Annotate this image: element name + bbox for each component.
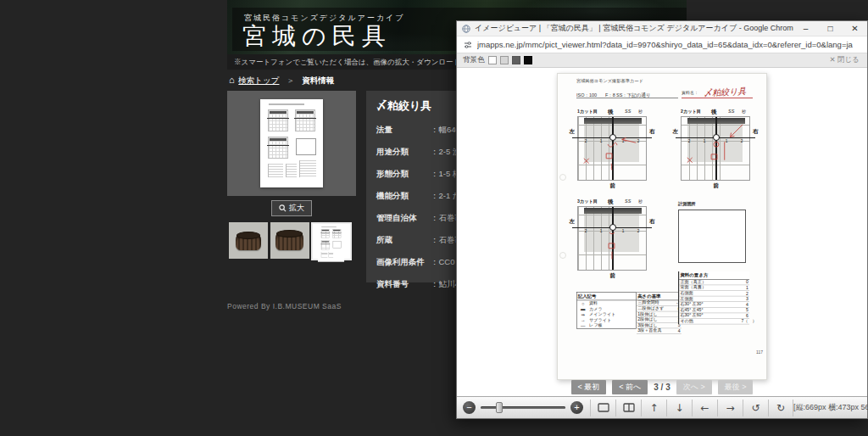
rotate-ccw-button[interactable]: ↺ bbox=[743, 400, 768, 416]
mini-doc-table2 bbox=[329, 252, 333, 258]
pan-down-button[interactable]: ↓ bbox=[666, 400, 692, 416]
info-label: 画像利用条件 bbox=[376, 257, 431, 268]
legend-symbol: — bbox=[577, 323, 589, 328]
cut2-grid: 2 1 1 2 bbox=[681, 116, 750, 181]
basket-photo-front bbox=[229, 222, 268, 259]
page-counter: 3 / 3 bbox=[654, 383, 670, 392]
document-image: 宮城民俗コモンズ撮影基準カード ISO：100 F：8 SS：下記の通り 資料名… bbox=[557, 73, 767, 380]
mini-doc-grid2 bbox=[332, 229, 341, 238]
mini-doc-table2 bbox=[286, 164, 297, 177]
zoom-slider[interactable] bbox=[481, 401, 565, 414]
image-viewer-canvas[interactable]: 宮城民俗コモンズ撮影基準カード ISO：100 F：8 SS：下記の通り 資料名… bbox=[457, 68, 867, 396]
zoom-out-button[interactable]: − bbox=[463, 401, 476, 414]
zoom-slider-track[interactable] bbox=[481, 406, 565, 409]
basket-image bbox=[275, 232, 303, 250]
axis-right-label: 右 bbox=[649, 127, 655, 135]
pager: < 最初 < 前へ 3 / 3 次へ > 最後 > bbox=[457, 380, 867, 394]
close-viewer-button[interactable]: ✕ 閉じる bbox=[830, 55, 860, 65]
fit-width-icon bbox=[623, 403, 635, 412]
cut1-diagram: 1カット目 後 SS 秒 2 1 1 2 bbox=[577, 109, 647, 116]
pan-up-button[interactable]: ↑ bbox=[641, 400, 666, 416]
address-bar[interactable]: jmapps.ne.jp/mmc/pict_viewer.html?data_i… bbox=[457, 36, 867, 53]
thumbnail-photo-1[interactable] bbox=[229, 222, 268, 259]
doc-page-number: 117 bbox=[756, 350, 763, 355]
legend-symbol: ○ bbox=[577, 301, 589, 306]
cut3-label: 3カット目 bbox=[577, 198, 598, 204]
doc-name-row: 資料名： 〆粕絞り具 bbox=[682, 87, 753, 98]
placement-row-value: 0 bbox=[741, 280, 749, 285]
mini-doc-box bbox=[333, 241, 342, 248]
prev-page-button[interactable]: < 前へ bbox=[612, 380, 648, 394]
toolbar-buttons: ↑ ↓ ← → ↺ ↻ bbox=[590, 400, 793, 416]
placement-row-value: 3 bbox=[741, 296, 749, 301]
doc-name-label: 資料名： bbox=[682, 90, 698, 96]
cut2-label: 2カット目 bbox=[681, 109, 701, 115]
zoom-slider-handle[interactable] bbox=[496, 402, 503, 413]
placement-row-value: 7（ ） bbox=[741, 318, 749, 324]
mini-doc-titleline bbox=[321, 226, 337, 227]
window-titlebar[interactable]: イメージビューア | 「宮城の民具」 | 宮城民俗コモンズ デジタルアーカイブ … bbox=[457, 21, 867, 36]
placement-row-value: 1 bbox=[741, 285, 749, 290]
measure-box bbox=[678, 210, 746, 263]
minimize-button[interactable]: – bbox=[793, 21, 818, 36]
mini-doc-box bbox=[296, 138, 316, 155]
home-icon: ⌂ bbox=[229, 75, 235, 85]
breadcrumb-search-top-link[interactable]: 検索トップ bbox=[238, 75, 279, 85]
red-annotations bbox=[578, 207, 646, 270]
thumbnail-photo-2[interactable] bbox=[270, 222, 309, 259]
breadcrumb-separator: ＞ bbox=[287, 75, 295, 85]
doc-name-handwritten: 〆粕絞り具 bbox=[704, 86, 747, 100]
pan-left-button[interactable]: ← bbox=[692, 400, 717, 416]
height-row-label: 3段＋首金具 bbox=[637, 328, 673, 334]
pan-right-button[interactable]: → bbox=[717, 400, 743, 416]
mini-doc-grid1 bbox=[321, 229, 330, 238]
legend-symbol: → bbox=[577, 317, 589, 322]
bg-swatch-black[interactable] bbox=[524, 56, 532, 64]
last-page-button[interactable]: 最後 > bbox=[718, 380, 754, 394]
bg-swatch-lightgray[interactable] bbox=[500, 56, 509, 64]
site-settings-icon bbox=[464, 41, 472, 49]
thumbnail-document-selected[interactable] bbox=[311, 222, 352, 260]
axis-sec-label: 秒 bbox=[638, 198, 643, 204]
basket-image bbox=[236, 234, 261, 250]
doc-exposure-row: ISO：100 F：8 SS：下記の通り bbox=[576, 88, 678, 98]
first-page-button[interactable]: < 最初 bbox=[571, 380, 607, 394]
mini-doc-table1 bbox=[321, 252, 328, 258]
enlarge-label: 拡大 bbox=[289, 203, 304, 214]
fit-screen-button[interactable] bbox=[590, 400, 615, 416]
legend-symbol: ⇒ bbox=[577, 312, 589, 317]
info-label: 法量 bbox=[376, 125, 431, 136]
axis-front-label: 前 bbox=[609, 271, 615, 279]
doc-ss: SS：下記の通り bbox=[616, 92, 651, 98]
axis-ss-label: SS bbox=[625, 109, 631, 114]
placement-row-value: 5 bbox=[741, 308, 749, 313]
axis-right-label: 右 bbox=[753, 127, 759, 135]
mini-doc-grid1 bbox=[268, 109, 288, 131]
axis-sec-label: 秒 bbox=[742, 109, 746, 115]
zoom-in-button[interactable]: + bbox=[570, 401, 583, 414]
symbol-legend-table: 記入記号 ○資料 ▬カメラ ⇒メインライト →サブライト —レフ板 bbox=[576, 292, 637, 329]
viewer-toolbar: − + ↑ ↓ ← → ↺ ↻ [縦:669px 横:473px 56% bbox=[457, 396, 867, 418]
height-reference-table: 高さの基準 三脚全閉時-1 二段伸ばさず0 1段伸ばし1 2段伸ばし2 3段伸ば… bbox=[637, 292, 682, 334]
next-page-button[interactable]: 次へ > bbox=[676, 380, 712, 394]
bg-swatch-darkgray[interactable] bbox=[512, 56, 520, 64]
image-viewer-window: イメージビューア | 「宮城の民具」 | 宮城民俗コモンズ デジタルアーカイブ … bbox=[456, 20, 868, 419]
favicon-icon bbox=[462, 25, 470, 33]
axis-ss-label: SS bbox=[728, 109, 734, 114]
fit-width-button[interactable] bbox=[615, 400, 641, 416]
main-preview-image[interactable] bbox=[260, 99, 323, 187]
maximize-button[interactable]: □ bbox=[818, 21, 843, 36]
cut1-grid: 2 1 1 2 bbox=[577, 116, 647, 181]
rotate-cw-button[interactable]: ↻ bbox=[768, 400, 793, 416]
punch-hole bbox=[559, 174, 566, 181]
punch-hole bbox=[559, 252, 566, 259]
fit-screen-icon bbox=[598, 403, 609, 412]
breadcrumb-current: 資料情報 bbox=[302, 75, 334, 85]
close-window-button[interactable]: ✕ bbox=[843, 21, 867, 36]
enlarge-button[interactable]: 拡大 bbox=[271, 200, 312, 216]
info-label: 形態分類 bbox=[376, 169, 431, 180]
doc-header: 宮城民俗コモンズ撮影基準カード bbox=[576, 78, 643, 84]
url-text[interactable]: jmapps.ne.jp/mmc/pict_viewer.html?data_i… bbox=[477, 40, 853, 49]
bg-swatch-white[interactable] bbox=[488, 56, 497, 64]
axis-left-label: 左 bbox=[569, 217, 575, 225]
